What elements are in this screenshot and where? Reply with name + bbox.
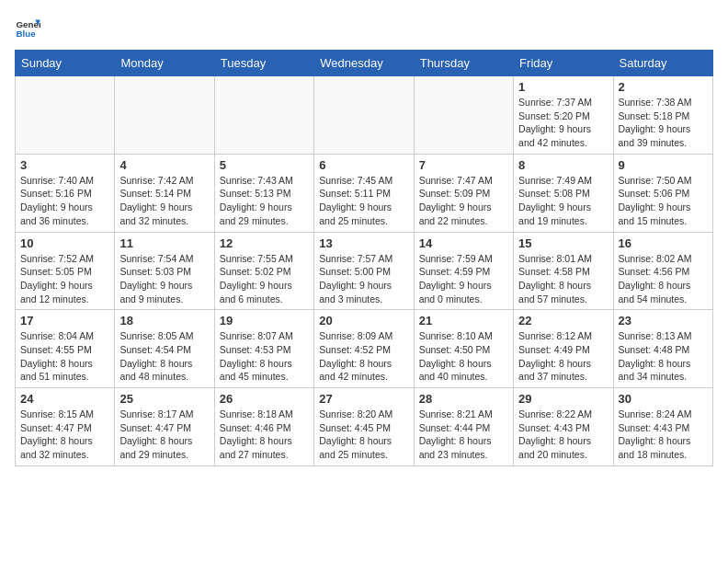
logo: General Blue — [15, 15, 44, 40]
calendar-cell: 15Sunrise: 8:01 AM Sunset: 4:58 PM Dayli… — [514, 232, 613, 310]
day-info: Sunrise: 8:21 AM Sunset: 4:44 PM Dayligh… — [419, 408, 508, 462]
header-monday: Monday — [115, 51, 214, 76]
calendar-cell: 10Sunrise: 7:52 AM Sunset: 5:05 PM Dayli… — [16, 232, 115, 310]
day-number: 11 — [119, 236, 209, 250]
calendar-cell: 1Sunrise: 7:37 AM Sunset: 5:20 PM Daylig… — [514, 76, 613, 155]
calendar-cell: 12Sunrise: 7:55 AM Sunset: 5:02 PM Dayli… — [214, 232, 313, 310]
day-number: 10 — [20, 236, 109, 250]
day-number: 3 — [20, 158, 109, 172]
day-info: Sunrise: 8:01 AM Sunset: 4:58 PM Dayligh… — [518, 252, 608, 306]
calendar-cell — [214, 76, 313, 155]
calendar-cell: 19Sunrise: 8:07 AM Sunset: 4:53 PM Dayli… — [214, 310, 313, 388]
calendar-cell: 30Sunrise: 8:24 AM Sunset: 4:43 PM Dayli… — [613, 388, 712, 466]
day-info: Sunrise: 8:05 AM Sunset: 4:54 PM Dayligh… — [119, 329, 209, 384]
day-number: 2 — [619, 80, 708, 94]
day-number: 16 — [619, 236, 708, 250]
day-number: 24 — [20, 392, 109, 406]
day-number: 5 — [220, 158, 309, 172]
day-number: 27 — [319, 392, 408, 406]
calendar-cell: 5Sunrise: 7:43 AM Sunset: 5:13 PM Daylig… — [214, 154, 313, 232]
day-info: Sunrise: 7:37 AM Sunset: 5:20 PM Dayligh… — [518, 96, 608, 150]
header-sunday: Sunday — [16, 51, 115, 76]
calendar-cell: 2Sunrise: 7:38 AM Sunset: 5:18 PM Daylig… — [613, 76, 712, 155]
day-number: 8 — [518, 158, 608, 172]
day-number: 29 — [518, 392, 608, 406]
day-number: 28 — [419, 392, 508, 406]
calendar-cell: 28Sunrise: 8:21 AM Sunset: 4:44 PM Dayli… — [414, 388, 513, 466]
calendar-cell: 7Sunrise: 7:47 AM Sunset: 5:09 PM Daylig… — [414, 154, 513, 232]
day-number: 18 — [119, 314, 209, 327]
day-info: Sunrise: 8:15 AM Sunset: 4:47 PM Dayligh… — [20, 408, 109, 462]
day-info: Sunrise: 7:55 AM Sunset: 5:02 PM Dayligh… — [220, 252, 309, 306]
calendar: SundayMondayTuesdayWednesdayThursdayFrid… — [15, 50, 713, 466]
day-number: 25 — [119, 392, 209, 406]
day-info: Sunrise: 7:50 AM Sunset: 5:06 PM Dayligh… — [619, 174, 708, 228]
day-info: Sunrise: 8:02 AM Sunset: 4:56 PM Dayligh… — [619, 252, 708, 306]
calendar-cell — [16, 76, 115, 155]
day-info: Sunrise: 7:43 AM Sunset: 5:13 PM Dayligh… — [220, 174, 309, 228]
day-number: 23 — [619, 314, 708, 327]
day-info: Sunrise: 8:07 AM Sunset: 4:53 PM Dayligh… — [220, 329, 309, 384]
calendar-cell: 11Sunrise: 7:54 AM Sunset: 5:03 PM Dayli… — [115, 232, 214, 310]
day-number: 22 — [518, 314, 608, 327]
calendar-cell: 26Sunrise: 8:18 AM Sunset: 4:46 PM Dayli… — [214, 388, 313, 466]
day-number: 30 — [619, 392, 708, 406]
svg-text:Blue: Blue — [16, 29, 36, 39]
day-info: Sunrise: 7:40 AM Sunset: 5:16 PM Dayligh… — [20, 174, 109, 228]
calendar-cell: 23Sunrise: 8:13 AM Sunset: 4:48 PM Dayli… — [613, 310, 712, 388]
calendar-header-row: SundayMondayTuesdayWednesdayThursdayFrid… — [16, 51, 713, 76]
day-info: Sunrise: 8:09 AM Sunset: 4:52 PM Dayligh… — [319, 329, 408, 384]
calendar-week-2: 3Sunrise: 7:40 AM Sunset: 5:16 PM Daylig… — [16, 154, 713, 232]
calendar-cell: 24Sunrise: 8:15 AM Sunset: 4:47 PM Dayli… — [16, 388, 115, 466]
day-info: Sunrise: 7:59 AM Sunset: 4:59 PM Dayligh… — [419, 252, 508, 306]
day-number: 21 — [419, 314, 508, 327]
header-saturday: Saturday — [613, 51, 712, 76]
calendar-cell: 21Sunrise: 8:10 AM Sunset: 4:50 PM Dayli… — [414, 310, 513, 388]
day-info: Sunrise: 7:42 AM Sunset: 5:14 PM Dayligh… — [119, 174, 209, 228]
header-friday: Friday — [514, 51, 613, 76]
calendar-cell: 9Sunrise: 7:50 AM Sunset: 5:06 PM Daylig… — [613, 154, 712, 232]
calendar-cell: 22Sunrise: 8:12 AM Sunset: 4:49 PM Dayli… — [514, 310, 613, 388]
calendar-cell: 29Sunrise: 8:22 AM Sunset: 4:43 PM Dayli… — [514, 388, 613, 466]
calendar-week-3: 10Sunrise: 7:52 AM Sunset: 5:05 PM Dayli… — [16, 232, 713, 310]
calendar-cell — [414, 76, 513, 155]
calendar-cell — [314, 76, 414, 155]
day-number: 17 — [20, 314, 109, 327]
calendar-cell — [115, 76, 214, 155]
calendar-cell: 3Sunrise: 7:40 AM Sunset: 5:16 PM Daylig… — [16, 154, 115, 232]
day-number: 14 — [419, 236, 508, 250]
calendar-cell: 4Sunrise: 7:42 AM Sunset: 5:14 PM Daylig… — [115, 154, 214, 232]
calendar-week-1: 1Sunrise: 7:37 AM Sunset: 5:20 PM Daylig… — [16, 76, 713, 155]
calendar-week-5: 24Sunrise: 8:15 AM Sunset: 4:47 PM Dayli… — [16, 388, 713, 466]
day-number: 13 — [319, 236, 408, 250]
day-info: Sunrise: 7:49 AM Sunset: 5:08 PM Dayligh… — [518, 174, 608, 228]
day-info: Sunrise: 7:45 AM Sunset: 5:11 PM Dayligh… — [319, 174, 408, 228]
day-info: Sunrise: 8:04 AM Sunset: 4:55 PM Dayligh… — [20, 329, 109, 384]
calendar-cell: 6Sunrise: 7:45 AM Sunset: 5:11 PM Daylig… — [314, 154, 414, 232]
day-info: Sunrise: 8:10 AM Sunset: 4:50 PM Dayligh… — [419, 329, 508, 384]
day-number: 6 — [319, 158, 408, 172]
calendar-cell: 14Sunrise: 7:59 AM Sunset: 4:59 PM Dayli… — [414, 232, 513, 310]
header-wednesday: Wednesday — [314, 51, 414, 76]
calendar-cell: 25Sunrise: 8:17 AM Sunset: 4:47 PM Dayli… — [115, 388, 214, 466]
day-number: 4 — [119, 158, 209, 172]
day-number: 7 — [419, 158, 508, 172]
calendar-cell: 17Sunrise: 8:04 AM Sunset: 4:55 PM Dayli… — [16, 310, 115, 388]
day-number: 20 — [319, 314, 408, 327]
header-thursday: Thursday — [414, 51, 513, 76]
calendar-cell: 27Sunrise: 8:20 AM Sunset: 4:45 PM Dayli… — [314, 388, 414, 466]
day-info: Sunrise: 7:52 AM Sunset: 5:05 PM Dayligh… — [20, 252, 109, 306]
day-info: Sunrise: 8:18 AM Sunset: 4:46 PM Dayligh… — [220, 408, 309, 462]
day-info: Sunrise: 7:38 AM Sunset: 5:18 PM Dayligh… — [619, 96, 708, 150]
day-number: 9 — [619, 158, 708, 172]
day-info: Sunrise: 8:12 AM Sunset: 4:49 PM Dayligh… — [518, 329, 608, 384]
calendar-cell: 20Sunrise: 8:09 AM Sunset: 4:52 PM Dayli… — [314, 310, 414, 388]
header-tuesday: Tuesday — [214, 51, 313, 76]
day-number: 15 — [518, 236, 608, 250]
logo-icon: General Blue — [15, 15, 40, 40]
day-number: 1 — [518, 80, 608, 94]
day-info: Sunrise: 8:22 AM Sunset: 4:43 PM Dayligh… — [518, 408, 608, 462]
day-info: Sunrise: 8:17 AM Sunset: 4:47 PM Dayligh… — [119, 408, 209, 462]
calendar-cell: 18Sunrise: 8:05 AM Sunset: 4:54 PM Dayli… — [115, 310, 214, 388]
day-info: Sunrise: 8:13 AM Sunset: 4:48 PM Dayligh… — [619, 329, 708, 384]
